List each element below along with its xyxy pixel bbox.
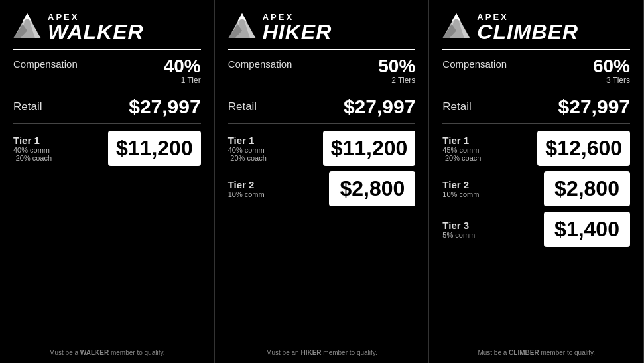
climber-tier2-box: $2,800	[544, 171, 630, 206]
hiker-logo-area: APEX HIKER	[228, 12, 416, 50]
walker-comp-value: 40% 1 Tier	[164, 57, 201, 85]
climber-tier3-box: $1,400	[544, 212, 630, 247]
climber-tier3-comm: 5% comm	[442, 231, 475, 239]
hiker-tier1-name: Tier 1	[228, 135, 267, 146]
climber-tier1-name: Tier 1	[442, 135, 481, 146]
climber-tier1-comm2: -20% coach	[442, 154, 481, 162]
walker-name-label: WALKER	[48, 21, 144, 42]
walker-footer-bold: WALKER	[80, 349, 109, 356]
hiker-name-label: HIKER	[263, 21, 332, 42]
walker-tier1-box: $11,200	[108, 131, 201, 166]
walker-tier1-info: Tier 1 40% comm -20% coach	[13, 135, 52, 162]
walker-tier1-name: Tier 1	[13, 135, 52, 146]
climber-tier1-row: Tier 1 45% comm -20% coach $12,600	[442, 131, 630, 166]
hiker-mountain-icon	[228, 12, 256, 42]
hiker-tier1-comm2: -20% coach	[228, 154, 267, 162]
hiker-panel: APEX HIKER Compensation 50% 2 Tiers Reta…	[215, 0, 430, 363]
hiker-tier1-info: Tier 1 40% comm -20% coach	[228, 135, 267, 162]
walker-retail-label: Retail	[13, 100, 42, 113]
climber-logo-text: APEX CLIMBER	[477, 13, 578, 42]
climber-comp-value: 60% 3 Tiers	[593, 57, 630, 85]
climber-comp-row: Compensation 60% 3 Tiers	[442, 57, 630, 90]
walker-comp-label: Compensation	[13, 57, 78, 70]
hiker-tier2-box: $2,800	[329, 171, 415, 206]
climber-tier3-name: Tier 3	[442, 220, 475, 231]
walker-logo-text: APEX WALKER	[48, 13, 144, 42]
climber-mountain-icon	[442, 12, 470, 42]
climber-tier2-comm: 10% comm	[442, 190, 479, 198]
walker-mountain-icon	[13, 12, 41, 42]
hiker-tier2-comm: 10% comm	[228, 190, 265, 198]
walker-tier1-row: Tier 1 40% comm -20% coach $11,200	[13, 131, 201, 166]
climber-tier3-info: Tier 3 5% comm	[442, 220, 475, 239]
climber-name-label: CLIMBER	[477, 21, 578, 42]
hiker-comp-label: Compensation	[228, 57, 292, 70]
hiker-footer-bold: HIKER	[300, 349, 321, 356]
hiker-tier1-row: Tier 1 40% comm -20% coach $11,200	[228, 131, 416, 166]
walker-comp-pct: 40%	[164, 57, 201, 76]
hiker-tier2-name: Tier 2	[228, 179, 265, 190]
hiker-footer: Must be an HIKER member to qualify.	[215, 349, 429, 356]
walker-comp-tiers: 1 Tier	[164, 76, 201, 85]
hiker-comp-pct: 50%	[378, 57, 415, 76]
climber-footer: Must be a CLIMBER member to qualify.	[429, 349, 643, 356]
walker-logo-area: APEX WALKER	[13, 12, 201, 50]
walker-retail-value: $27,997	[129, 96, 200, 118]
hiker-tier2-row: Tier 2 10% comm $2,800	[228, 171, 416, 206]
climber-tier1-comm: 45% comm	[442, 146, 481, 154]
hiker-retail-label: Retail	[228, 100, 257, 113]
climber-comp-tiers: 3 Tiers	[593, 76, 630, 85]
climber-tier1-box: $12,600	[537, 131, 630, 166]
climber-retail-label: Retail	[442, 100, 471, 113]
hiker-comp-row: Compensation 50% 2 Tiers	[228, 57, 416, 90]
climber-retail-row: Retail $27,997	[442, 96, 630, 124]
climber-panel: APEX CLIMBER Compensation 60% 3 Tiers Re…	[429, 0, 644, 363]
climber-comp-label: Compensation	[442, 57, 507, 70]
hiker-tier1-box: $11,200	[323, 131, 416, 166]
climber-tier2-info: Tier 2 10% comm	[442, 179, 479, 198]
walker-tier1-comm2: -20% coach	[13, 154, 52, 162]
climber-footer-bold: CLIMBER	[509, 349, 539, 356]
hiker-tier1-comm: 40% comm	[228, 146, 267, 154]
hiker-retail-row: Retail $27,997	[228, 96, 416, 124]
hiker-tier2-info: Tier 2 10% comm	[228, 179, 265, 198]
climber-tier3-row: Tier 3 5% comm $1,400	[442, 212, 630, 247]
climber-tier1-info: Tier 1 45% comm -20% coach	[442, 135, 481, 162]
climber-comp-pct: 60%	[593, 57, 630, 76]
walker-panel: APEX WALKER Compensation 40% 1 Tier Reta…	[0, 0, 215, 363]
climber-logo-area: APEX CLIMBER	[442, 12, 630, 50]
hiker-comp-tiers: 2 Tiers	[378, 76, 415, 85]
walker-comp-row: Compensation 40% 1 Tier	[13, 57, 201, 90]
climber-retail-value: $27,997	[558, 96, 630, 118]
hiker-logo-text: APEX HIKER	[263, 13, 332, 42]
hiker-retail-value: $27,997	[344, 96, 415, 118]
walker-footer: Must be a WALKER member to qualify.	[0, 349, 214, 356]
walker-retail-row: Retail $27,997	[13, 96, 201, 124]
climber-tier2-row: Tier 2 10% comm $2,800	[442, 171, 630, 206]
climber-tier2-name: Tier 2	[442, 179, 479, 190]
hiker-comp-value: 50% 2 Tiers	[378, 57, 415, 85]
walker-tier1-comm: 40% comm	[13, 146, 52, 154]
